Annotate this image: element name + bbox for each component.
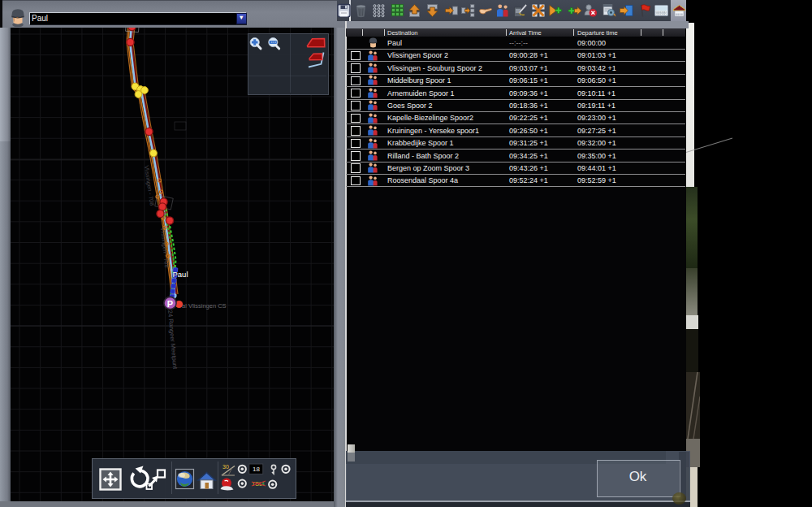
svg-text:30: 30 [222,464,229,470]
svg-text:P: P [167,299,173,309]
svg-text:Paul: Paul [173,270,188,279]
svg-text:al Vlissingen CS: al Vlissingen CS [182,302,227,310]
svg-text:24 Rangeer Meetpunt: 24 Rangeer Meetpunt [166,310,179,370]
svg-text:18: 18 [253,466,260,473]
